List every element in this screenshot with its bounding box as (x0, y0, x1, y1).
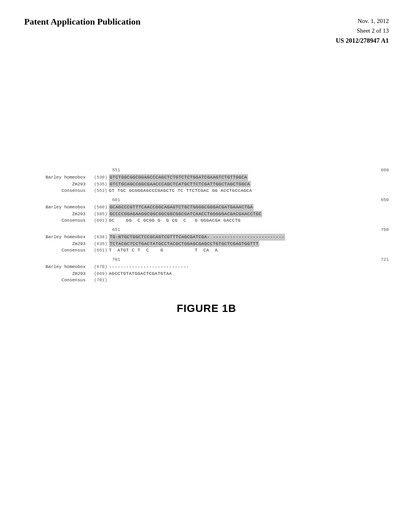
seq-data: GC GG C GCGG G G CG C G GGGACGA GACCTG (109, 217, 241, 224)
seq-row: Consensus (601) GC GG C GCGG G G CG C G … (24, 217, 389, 224)
seq-label: Consensus (24, 217, 89, 224)
header-meta: Nov. 1, 2012 Sheet 2 of 13 US 2012/27894… (336, 16, 389, 46)
position-line-3: 651 700 (24, 227, 389, 233)
seq-label: Consensus (24, 277, 89, 284)
seq-data: TCTACGCTCCTGACTATGCCTACGCTGGAGCGAGCCTGTG… (109, 241, 259, 247)
seq-data: ---------------------------- (109, 264, 189, 270)
seq-row: Zm293 (585) GCCCCGGAGAAGGCGGCGGCGGCGGCGA… (24, 211, 389, 218)
position-line-2: 601 650 (24, 197, 389, 204)
position-line-1: 551 600 (24, 167, 389, 174)
position-line-4: 701 721 (24, 256, 389, 263)
seq-row: Zm293 (635) TCTACGCTCCTGACTATGCCTACGCTGG… (24, 241, 389, 247)
seq-num: (651) (89, 247, 109, 254)
seq-num: (670) (89, 264, 109, 270)
seq-label: Barley homeobox (24, 264, 89, 270)
seq-label: Consensus (24, 247, 89, 254)
seq-num: (551) (89, 187, 109, 194)
seq-row: Barley homeobox (638) TG-NTGCTGGCTCCGCAG… (24, 234, 389, 241)
seq-row: Consensus (651) T ATGT C T C G T CA A (24, 247, 389, 254)
seq-num: (580) (89, 204, 109, 211)
seq-row: Barley homeobox (580) GCAGCCCGTTTCAACCGG… (24, 204, 389, 211)
seq-num: (669) (89, 270, 109, 277)
seq-label: Consensus (24, 187, 89, 194)
seq-num: (585) (89, 211, 109, 218)
seq-group-2: Barley homeobox (580) GCAGCCCGTTTCAACCGG… (24, 204, 389, 224)
seq-label: Barley homeobox (24, 174, 89, 181)
header: Patent Application Publication Nov. 1, 2… (24, 16, 389, 46)
publication-date: Nov. 1, 2012 (358, 16, 389, 26)
seq-data: GTCTGCAGCCGGCGAACCCAGCTCATGCTTCTCGATTGGC… (109, 181, 251, 188)
seq-group-4: Barley homeobox (670) ------------------… (24, 264, 389, 284)
seq-label: Zm293 (24, 270, 89, 277)
seq-num: (701) (89, 277, 109, 284)
pub-number: US 2012/278947 A1 (336, 35, 389, 46)
seq-num: (530) (89, 174, 109, 181)
seq-group-3: Barley homeobox (638) TG-NTGCTGGCTCCGCAG… (24, 234, 389, 254)
page: Patent Application Publication Nov. 1, 2… (0, 0, 413, 532)
seq-num: (635) (89, 241, 109, 247)
seq-data: GTCTGGCGGCGGAGCCCAGCTCTGTCTCTGGATCGAAGTC… (109, 174, 248, 181)
seq-row: Zm293 (669) AGCCTGTATGGACTCGATGTAA (24, 270, 389, 277)
seq-data: GT TGC GCGGGAGCCCGAGCTC TC TTCTCGAC GG A… (109, 187, 252, 194)
seq-group-1: Barley homeobox (530) GTCTGGCGGCGGAGCCCA… (24, 174, 389, 194)
sheet-info: Sheet 2 of 13 (357, 26, 389, 35)
seq-data: T ATGT C T C G T CA A (109, 247, 218, 254)
seq-row: Consensus (701) (24, 277, 389, 284)
figure-label: FIGURE 1B (24, 302, 389, 315)
content-area: 551 600 Barley homeobox (530) GTCTGGCGGC… (24, 54, 389, 513)
seq-label: Barley homeobox (24, 234, 89, 241)
seq-data: AGCCTGTATGGACTCGATGTAA (109, 270, 172, 277)
seq-label: Barley homeobox (24, 204, 89, 211)
seq-num: (601) (89, 217, 109, 224)
seq-row: Barley homeobox (670) ------------------… (24, 264, 389, 270)
seq-data: GCAGCCCGTTTCAACCGGCAGAGTCTGCTGGGGCGGGACG… (109, 204, 254, 211)
seq-data: TG-NTGCTGGCTCCGCAGTCGTTTCAGCGATCGA- ----… (109, 234, 285, 241)
seq-row: Consensus (551) GT TGC GCGGGAGCCCGAGCTC … (24, 187, 389, 194)
seq-label: Zm293 (24, 181, 89, 188)
seq-label: Zm293 (24, 211, 89, 218)
seq-num: (535) (89, 181, 109, 188)
seq-data: GCCCCGGAGAAGGCGGCGGCGGCGGCGATCAACCTGGGGG… (109, 211, 262, 218)
seq-row: Zm293 (535) GTCTGCAGCCGGCGAACCCAGCTCATGC… (24, 181, 389, 188)
seq-row: Barley homeobox (530) GTCTGGCGGCGGAGCCCA… (24, 174, 389, 181)
publication-title: Patent Application Publication (24, 16, 140, 28)
sequence-block: 551 600 Barley homeobox (530) GTCTGGCGGC… (24, 167, 389, 286)
seq-label: Zm293 (24, 241, 89, 247)
seq-num: (638) (89, 234, 109, 241)
